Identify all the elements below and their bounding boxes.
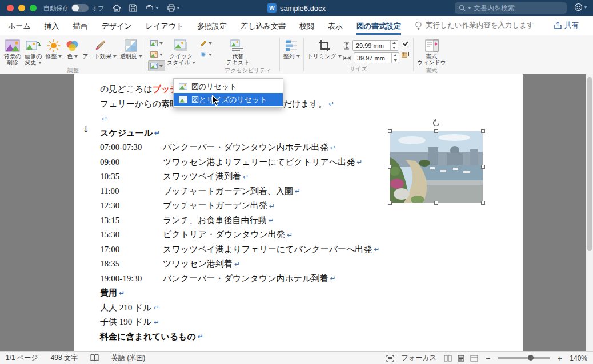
corrections-button[interactable]: 修整: [43, 37, 63, 60]
picture-shadow-button[interactable]: [148, 38, 165, 48]
vertical-scrollbar[interactable]: [586, 74, 593, 351]
language-status[interactable]: 英語 (米国): [111, 353, 145, 363]
home-button[interactable]: [113, 4, 121, 12]
size-options: [399, 37, 411, 59]
focus-icon[interactable]: [386, 355, 394, 362]
resize-handle-e[interactable]: [481, 165, 485, 169]
tab-draw[interactable]: 描画: [73, 17, 88, 35]
paragraph-mark: ↵: [328, 100, 334, 108]
resize-handle-s[interactable]: [434, 201, 438, 205]
corrections-icon: [47, 39, 61, 52]
undo-button[interactable]: [145, 5, 159, 12]
lightbulb-icon: [415, 21, 422, 30]
tab-view[interactable]: 表示: [328, 17, 343, 35]
rotate-handle[interactable]: [432, 119, 440, 130]
reset-picture-small-icon: [150, 63, 158, 69]
search-placeholder: 文書内を検索: [474, 3, 515, 13]
picture-effects-button[interactable]: [197, 49, 214, 60]
width-input[interactable]: 39.97 mm: [354, 52, 399, 63]
reset-picture-icon: [179, 83, 187, 90]
remove-background-label-2: 削除: [7, 59, 18, 66]
scrollbar-thumb[interactable]: [587, 77, 592, 251]
menu-item-reset-picture[interactable]: 図のリセット: [174, 80, 283, 93]
color-button[interactable]: 色: [63, 37, 81, 60]
autosave-control[interactable]: 自動保存 オフ: [43, 4, 105, 13]
artistic-effects-button[interactable]: アート効果: [81, 37, 118, 60]
save-button[interactable]: [129, 4, 137, 12]
schedule-time: 19:00-19:30: [100, 274, 163, 284]
focus-label[interactable]: フォーカス: [402, 353, 436, 363]
tab-layout[interactable]: レイアウト: [146, 17, 184, 35]
remove-background-button[interactable]: 背景の 削除: [2, 37, 23, 67]
ribbon-tabs: ホーム 挿入 描画 デザイン レイアウト 参照設定 差し込み文書 校閲 表示 図…: [0, 16, 593, 35]
crop-button[interactable]: トリミング: [306, 37, 343, 60]
tell-me-box[interactable]: 実行したい作業内容を入力します: [415, 21, 534, 30]
harbor-photo: [390, 131, 483, 203]
quick-styles-button[interactable]: クイック スタイル: [165, 37, 197, 67]
zoom-out-button[interactable]: −: [486, 354, 490, 363]
menu-item-label: 図のリセット: [191, 82, 237, 92]
document-page[interactable]: ↓ の見どころはブッチ フェリーからの素晴らしい眺めもお楽しみいただけます。↵ …: [74, 74, 523, 351]
resize-handle-w[interactable]: [388, 165, 392, 169]
word-count[interactable]: 498 文字: [51, 353, 78, 363]
share-button[interactable]: 共有: [548, 18, 585, 33]
zoom-slider-knob[interactable]: [528, 355, 534, 361]
page-count[interactable]: 1/1 ページ: [6, 353, 38, 363]
proofing-icon[interactable]: [90, 354, 99, 362]
tab-insert[interactable]: 挿入: [45, 17, 59, 35]
picture-small-icon: [150, 40, 158, 46]
alt-text-button[interactable]: 代替 テキスト: [225, 37, 251, 67]
arrange-group: 整列: [282, 35, 302, 74]
tab-home[interactable]: ホーム: [8, 17, 31, 35]
width-stepper[interactable]: [391, 53, 399, 63]
zoom-slider[interactable]: [498, 357, 550, 359]
step-down-icon: [392, 47, 396, 49]
read-mode-icon[interactable]: [444, 355, 452, 362]
height-stepper[interactable]: [390, 41, 398, 50]
transparency-button[interactable]: 透明度: [118, 37, 144, 60]
picture-reset-button[interactable]: [148, 60, 165, 71]
print-button[interactable]: [167, 4, 180, 12]
schedule-time: 07:00-07:30: [100, 143, 163, 152]
height-input[interactable]: 29.99 mm: [352, 40, 398, 51]
feedback-button[interactable]: [574, 3, 587, 11]
format-pane-button[interactable]: 書式 ウィンドウ: [415, 37, 448, 67]
zoom-level[interactable]: 140%: [570, 354, 587, 362]
resize-handle-n[interactable]: [434, 129, 438, 133]
web-layout-icon[interactable]: [470, 355, 478, 362]
resize-handle-ne[interactable]: [481, 129, 485, 133]
chevron-down-icon: [296, 55, 300, 58]
tab-references[interactable]: 参照設定: [197, 17, 227, 35]
step-up-icon: [392, 42, 396, 44]
zoom-window-button[interactable]: [30, 5, 37, 11]
schedule-text: バンクーバー・ダウンタウン内ホテル出発: [163, 142, 328, 153]
arrange-button[interactable]: 整列: [282, 37, 302, 60]
lock-aspect-ratio-checkbox[interactable]: [402, 41, 408, 47]
tab-picture-format[interactable]: 図の書式設定: [356, 17, 401, 35]
resize-handle-se[interactable]: [481, 201, 485, 205]
selected-picture[interactable]: [390, 131, 483, 203]
zoom-in-button[interactable]: +: [558, 354, 562, 363]
close-button[interactable]: [7, 5, 14, 11]
tab-design[interactable]: デザイン: [102, 17, 132, 35]
resize-handle-nw[interactable]: [388, 129, 392, 133]
menu-item-reset-picture-and-size[interactable]: 図とサイズのリセット: [174, 93, 283, 106]
autosave-toggle[interactable]: [71, 4, 89, 12]
tab-mailings[interactable]: 差し込み文書: [241, 17, 286, 35]
schedule-row: 15:30ビクトリア・ダウンタウン出発↵: [100, 228, 511, 242]
chevron-down-icon: [159, 54, 163, 56]
schedule-time: 18:35: [100, 259, 163, 269]
picture-border-button[interactable]: [197, 38, 214, 48]
picture-layout-button[interactable]: [148, 49, 165, 60]
print-layout-icon[interactable]: [457, 355, 465, 362]
color-label: 色: [67, 53, 73, 59]
tab-review[interactable]: 校閲: [299, 17, 314, 35]
paragraph-mark: ↵: [330, 144, 336, 152]
remove-background-icon: [5, 39, 20, 52]
minimize-button[interactable]: [18, 5, 25, 11]
resize-handle-sw[interactable]: [388, 201, 392, 205]
document-title-area: W sample6.docx: [267, 3, 326, 13]
search-input[interactable]: 文書内を検索: [455, 2, 567, 14]
schedule-time: 13:15: [100, 216, 163, 225]
change-picture-button[interactable]: 画像の 変更: [23, 37, 43, 67]
